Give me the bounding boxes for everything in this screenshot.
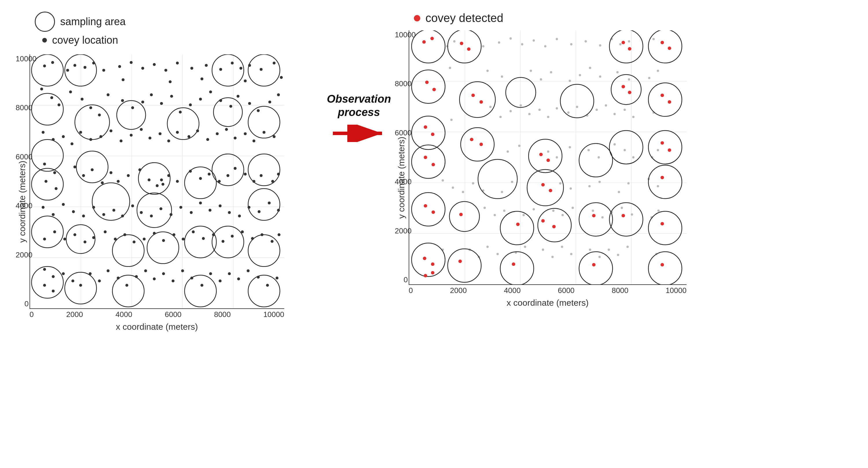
svg-point-145 [92, 206, 95, 209]
svg-point-397 [552, 225, 556, 228]
svg-point-203 [144, 269, 147, 272]
covey-location-legend: covey location [35, 34, 321, 46]
svg-point-374 [430, 37, 434, 40]
svg-point-318 [601, 216, 604, 219]
observation-process-label: Observationprocess [327, 93, 391, 119]
svg-point-262 [657, 70, 659, 72]
y-tick-2000: 2000 [16, 250, 29, 260]
svg-point-107 [244, 132, 247, 135]
svg-point-146 [102, 213, 105, 216]
svg-point-127 [167, 174, 170, 177]
svg-point-23 [137, 193, 172, 228]
svg-point-35 [32, 266, 63, 298]
svg-point-198 [98, 279, 101, 282]
svg-point-200 [117, 276, 120, 279]
rx-tick-0: 0 [409, 286, 413, 295]
svg-point-367 [648, 211, 682, 245]
svg-point-55 [219, 68, 222, 71]
svg-point-44 [84, 66, 87, 69]
svg-point-77 [199, 98, 202, 101]
svg-point-9 [65, 55, 97, 86]
svg-point-252 [530, 70, 532, 72]
svg-point-338 [617, 254, 619, 256]
left-plot: 0 2000 4000 6000 8000 10000 [30, 55, 284, 309]
svg-point-177 [162, 239, 165, 242]
svg-point-133 [226, 174, 229, 177]
y-tick-8000: 8000 [16, 103, 29, 112]
svg-point-47 [118, 65, 121, 68]
svg-point-169 [84, 241, 87, 243]
svg-point-148 [121, 214, 124, 218]
svg-point-361 [411, 193, 445, 226]
svg-point-315 [561, 214, 564, 216]
svg-point-210 [209, 272, 212, 275]
svg-point-144 [82, 214, 85, 218]
svg-point-333 [561, 245, 563, 248]
svg-point-288 [613, 143, 616, 145]
svg-point-151 [150, 214, 153, 218]
svg-point-289 [623, 149, 626, 151]
svg-point-265 [499, 116, 502, 118]
svg-point-217 [276, 276, 278, 279]
svg-point-101 [188, 135, 190, 138]
svg-point-57 [239, 67, 242, 70]
left-chart-wrapper: y coordinate (meters) 0 2000 4000 6000 8… [18, 55, 321, 332]
svg-point-196 [79, 284, 82, 287]
svg-point-412 [660, 263, 664, 266]
svg-point-16 [214, 98, 243, 127]
svg-point-185 [241, 231, 244, 233]
svg-point-254 [550, 71, 552, 73]
svg-point-33 [212, 226, 244, 258]
svg-point-211 [219, 279, 222, 282]
svg-point-10 [212, 55, 244, 86]
svg-point-393 [431, 271, 434, 274]
svg-point-249 [449, 67, 451, 69]
svg-point-138 [271, 180, 274, 183]
right-plot: 0 2000 4000 6000 8000 10000 [409, 30, 686, 285]
svg-point-189 [278, 233, 280, 236]
svg-point-240 [544, 45, 547, 47]
rx-tick-8000: 8000 [612, 286, 628, 295]
svg-point-171 [104, 231, 106, 233]
svg-point-60 [273, 62, 276, 65]
svg-point-95 [130, 134, 132, 136]
y-tick-0: 0 [16, 299, 29, 308]
svg-point-93 [110, 129, 112, 132]
svg-point-87 [52, 138, 55, 141]
svg-point-263 [451, 119, 453, 121]
svg-point-99 [167, 139, 170, 142]
svg-point-257 [589, 67, 591, 69]
svg-point-259 [616, 71, 619, 73]
svg-point-290 [632, 156, 634, 159]
svg-point-121 [127, 174, 130, 177]
svg-point-292 [657, 149, 659, 151]
svg-point-132 [218, 180, 221, 183]
svg-point-62 [50, 96, 53, 99]
svg-point-369 [448, 249, 481, 282]
svg-point-360 [648, 165, 682, 199]
svg-point-402 [621, 41, 625, 44]
y-tick-10000: 10000 [16, 55, 29, 63]
x-tick-2000: 2000 [66, 310, 83, 319]
svg-point-310 [494, 214, 496, 216]
svg-point-345 [411, 70, 445, 104]
svg-point-234 [453, 40, 456, 42]
svg-point-103 [206, 138, 209, 141]
svg-point-90 [79, 131, 82, 134]
svg-point-359 [648, 130, 682, 164]
covey-location-label: covey location [52, 34, 118, 46]
svg-point-382 [431, 132, 434, 136]
svg-point-204 [153, 277, 156, 280]
svg-point-52 [176, 62, 179, 65]
svg-point-276 [605, 104, 607, 106]
svg-point-46 [102, 69, 105, 72]
svg-point-348 [560, 85, 594, 118]
svg-point-111 [43, 163, 46, 165]
svg-point-246 [619, 43, 621, 45]
ry-tick-10000: 10000 [395, 30, 408, 39]
svg-point-215 [257, 276, 259, 278]
svg-point-294 [452, 187, 454, 189]
svg-point-311 [503, 210, 505, 212]
svg-point-49 [141, 67, 144, 70]
svg-point-371 [579, 252, 613, 284]
